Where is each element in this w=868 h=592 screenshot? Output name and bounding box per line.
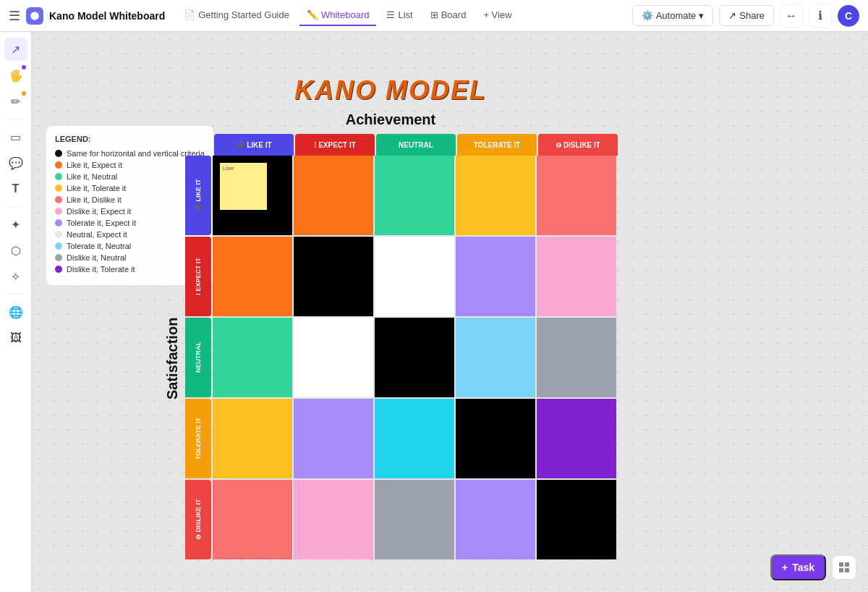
left-toolbar: ↗ 🖐 ✏ ▭ 💬 T ✦ ⬡ ✧ 🌐 🖼 [0,32,32,592]
list-icon: ☰ [386,9,395,20]
share-icon: ↗ [728,10,736,21]
legend-dot [55,161,62,169]
topbar: ☰ Kano Model Whiteboard 📄 Getting Starte… [0,0,868,32]
legend-dot [55,254,62,261]
legend-item-label: Like it, Tolerate it [67,184,126,193]
cell-dislike-it-neutral [375,480,454,559]
legend-dot [55,173,62,180]
magic-tool[interactable]: ✦ [4,213,27,236]
legend-dot [55,196,62,203]
hand-tool-dot [22,65,26,69]
legend-dot [55,231,62,238]
tab-getting-started-label: Getting Started Guide [198,9,289,20]
cell-like-it-like-it: Liner [213,156,292,235]
automate-icon: ⚙️ [642,10,653,21]
task-button[interactable]: + Task [770,554,826,580]
cell-neutral-like-it [213,318,292,397]
board-icon: ⊞ [430,9,438,20]
globe-tool[interactable]: 🌐 [4,300,27,324]
achievement-label: Achievement [162,111,619,128]
legend-dot [55,219,62,227]
grid-row-tolerate-it: TOLERATE IT [185,399,618,478]
share-button[interactable]: ↗ Share [719,5,774,26]
col-header-dislike-it: ⊖ DISLIKE IT [538,134,618,156]
cell-neutral-expect-it [294,318,373,397]
note-tool[interactable]: 💬 [4,151,27,174]
tab-list-label: List [398,9,412,20]
avatar: C [838,5,859,27]
grid-row-neutral: NEUTRAL [185,318,618,397]
kano-container: KANO MODEL Achievement ➕ LIKE IT! EXPECT… [162,75,619,561]
connect-tool[interactable]: ⬡ [4,239,27,262]
cell-expect-it-like-it [213,237,292,316]
tab-board-label: Board [441,9,467,20]
cell-tolerate-it-like-it [213,399,292,478]
automate-label: Automate [656,10,697,21]
col-headers: ➕ LIKE IT! EXPECT ITNEUTRALTOLERATE IT⊖ … [214,134,619,156]
main-layout: ↗ 🖐 ✏ ▭ 💬 T ✦ ⬡ ✧ 🌐 🖼 LEGEND: Same for h… [0,32,868,592]
pen-tool[interactable]: ✏ [4,90,27,113]
legend-item-label: Tolerate it, Neutral [67,242,131,250]
image-tool[interactable]: 🖼 [4,326,27,350]
row-header-neutral: NEUTRAL [185,318,211,397]
kano-grid-wrapper: Satisfaction ➕ LIKE ITLiner! EXPECT ITNE… [162,156,619,561]
tab-getting-started[interactable]: 📄 Getting Started Guide [176,5,297,26]
row-header-dislike-it: ⊖ DISLIKE IT [185,480,211,559]
row-header-like-it: ➕ LIKE IT [185,156,211,235]
kano-title: KANO MODEL [162,75,619,106]
cell-neutral-tolerate-it [456,318,535,397]
legend-item-label: Dislike it, Expect it [67,207,131,216]
legend-dot [55,242,62,250]
row-header-expect-it: ! EXPECT IT [185,237,211,316]
svg-rect-4 [845,568,849,572]
cursor-tool[interactable]: ↗ [4,38,27,61]
grid-row-like-it: ➕ LIKE ITLiner [185,156,618,235]
row-header-tolerate-it: TOLERATE IT [185,399,211,478]
hand-tool[interactable]: 🖐 [4,64,27,87]
text-tool[interactable]: T [4,177,27,200]
task-plus-icon: + [782,562,788,573]
doc-icon: 📄 [184,9,195,20]
cell-expect-it-neutral [375,237,454,316]
legend-dot [55,185,62,192]
cell-expect-it-tolerate-it [456,237,535,316]
tab-whiteboard-label: Whiteboard [321,9,369,20]
cell-tolerate-it-tolerate-it [456,399,535,478]
info-button[interactable]: ℹ [809,4,832,28]
toolbar-separator-3 [7,294,25,295]
whiteboard-icon: ✏️ [307,9,318,20]
cell-tolerate-it-expect-it [294,399,373,478]
cell-neutral-dislike-it [537,318,616,397]
hamburger-menu[interactable]: ☰ [9,8,20,24]
cell-expect-it-expect-it [294,237,373,316]
grid-row-expect-it: ! EXPECT IT [185,237,618,316]
cell-like-it-dislike-it [537,156,616,235]
automate-button[interactable]: ⚙️ Automate ▾ [632,5,714,26]
legend-dot [55,266,62,273]
tab-list[interactable]: ☰ List [379,5,420,26]
toolbar-separator-1 [7,119,25,119]
legend-item-label: Dislike it, Tolerate it [67,265,135,274]
cell-dislike-it-tolerate-it [456,480,535,559]
col-header-like-it: ➕ LIKE IT [214,134,294,156]
ai-tool[interactable]: ✧ [4,265,27,288]
cell-tolerate-it-dislike-it [537,399,616,478]
topbar-right: ⚙️ Automate ▾ ↗ Share ↔ ℹ C [632,4,859,28]
cell-dislike-it-dislike-it [537,480,616,559]
task-label: Task [792,562,814,573]
legend-item-label: Like it, Dislike it [67,195,122,204]
fit-view-button[interactable]: ↔ [780,4,803,28]
tab-board[interactable]: ⊞ Board [423,5,474,26]
cell-like-it-expect-it [294,156,373,235]
tab-add-view[interactable]: + View [476,5,519,26]
svg-rect-2 [845,562,849,567]
app-title: Kano Model Whiteboard [49,10,165,22]
legend-item-label: Tolerate it, Expect it [67,219,136,227]
canvas-area[interactable]: LEGEND: Same for horizontal and vertical… [32,32,868,592]
tab-whiteboard[interactable]: ✏️ Whiteboard [299,5,376,26]
shape-tool[interactable]: ▭ [4,125,27,148]
cell-dislike-it-like-it [213,480,292,559]
svg-point-0 [30,12,39,20]
apps-button[interactable] [832,555,856,580]
tab-links: 📄 Getting Started Guide ✏️ Whiteboard ☰ … [176,5,519,26]
